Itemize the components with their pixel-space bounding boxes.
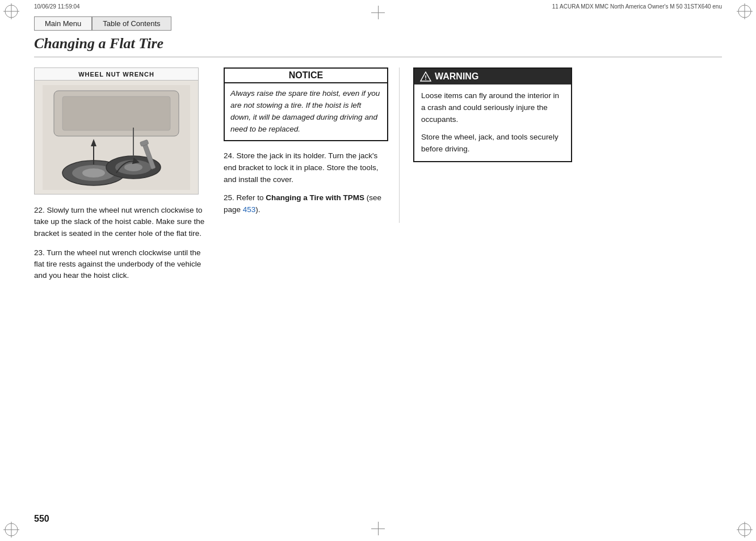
warning-box: ! WARNING Loose items can fly around the…	[413, 67, 572, 162]
manual-info: 11 ACURA MDX MMC North America Owner's M…	[552, 3, 722, 10]
toc-button[interactable]: Table of Contents	[92, 16, 171, 31]
timestamp: 10/06/29 11:59:04	[34, 3, 80, 10]
mid-steps: 24. Store the jack in its holder. Turn t…	[224, 150, 389, 217]
step-24-num: 24.	[224, 151, 237, 160]
warning-triangle-icon: !	[420, 71, 431, 82]
svg-point-20	[124, 163, 142, 171]
crosshair-top-center	[371, 6, 385, 19]
svg-point-17	[82, 168, 105, 177]
step-25: 25. Refer to Changing a Tire with TPMS (…	[224, 192, 389, 216]
main-menu-button[interactable]: Main Menu	[34, 16, 92, 31]
right-column: ! WARNING Loose items can fly around the…	[413, 67, 722, 162]
notice-box: NOTICE Always raise the spare tire hoist…	[224, 67, 388, 141]
svg-text:!: !	[425, 74, 427, 81]
main-content: WHEEL NUT WRENCH	[34, 67, 722, 290]
warning-line-2: Store the wheel, jack, and tools securel…	[421, 132, 564, 155]
crosshair-bottom-right	[737, 522, 753, 538]
illustration-label: WHEEL NUT WRENCH	[35, 68, 198, 81]
illustration-image	[35, 81, 198, 194]
page-number: 550	[34, 514, 49, 524]
warning-line-1: Loose items can fly around the interior …	[421, 90, 564, 126]
step-24: 24. Store the jack in its holder. Turn t…	[224, 150, 389, 186]
crosshair-bottom-left	[3, 522, 19, 538]
page-link[interactable]: 453	[243, 205, 256, 214]
step-25-num: 25.	[224, 193, 237, 202]
illustration-box: WHEEL NUT WRENCH	[34, 67, 199, 195]
tpms-link-text: Changing a Tire with TPMS	[266, 193, 364, 202]
step-22: 22. Slowly turn the wheel nut wrench clo…	[34, 205, 210, 239]
page-title-section: Changing a Flat Tire	[34, 35, 722, 57]
step-23: 23. Turn the wheel nut wrench clockwise …	[34, 247, 210, 282]
page-title: Changing a Flat Tire	[34, 35, 722, 52]
svg-rect-14	[62, 96, 170, 130]
middle-column: NOTICE Always raise the spare tire hoist…	[224, 67, 400, 223]
warning-body: Loose items can fly around the interior …	[414, 84, 571, 161]
page-wrapper: 10/06/29 11:59:04 11 ACURA MDX MMC North…	[0, 0, 756, 541]
crosshair-top-left	[3, 3, 19, 19]
notice-header: NOTICE	[225, 69, 387, 83]
warning-label: WARNING	[435, 71, 478, 82]
warning-header: ! WARNING	[414, 69, 571, 84]
crosshair-top-right	[737, 3, 753, 19]
crosshair-bottom-center	[371, 522, 385, 535]
left-column: WHEEL NUT WRENCH	[34, 67, 210, 290]
notice-body: Always raise the spare tire hoist, even …	[225, 83, 387, 140]
